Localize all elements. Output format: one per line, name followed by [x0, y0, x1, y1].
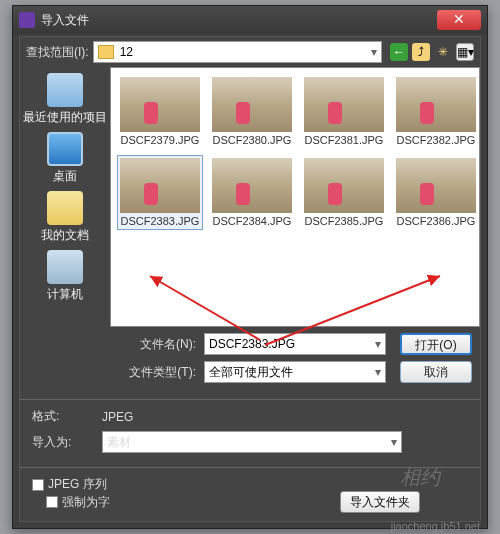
file-thumbnail[interactable]: DSCF2385.JPG [301, 155, 387, 230]
file-name: DSCF2381.JPG [304, 134, 384, 146]
import-as-value: 素材 [107, 434, 131, 451]
site-watermark: jiaocheng.jb51.net [391, 520, 480, 532]
file-name: DSCF2380.JPG [212, 134, 292, 146]
cancel-button[interactable]: 取消 [400, 361, 472, 383]
dialog-title: 导入文件 [41, 12, 437, 29]
separator [20, 399, 480, 400]
view-menu-button[interactable]: ▦▾ [456, 43, 474, 61]
new-folder-button[interactable]: ✳ [434, 43, 452, 61]
format-label: 格式: [32, 408, 92, 425]
jpeg-sequence-checkbox[interactable]: JPEG 序列 [32, 476, 107, 493]
folder-icon [98, 45, 114, 59]
file-name: DSCF2382.JPG [396, 134, 476, 146]
sidebar-item-label: 桌面 [20, 168, 110, 185]
look-in-row: 查找范围(I): 12 ▾ ← ⤴ ✳ ▦▾ [20, 37, 480, 67]
back-button[interactable]: ← [390, 43, 408, 61]
file-thumbnail[interactable]: DSCF2386.JPG [393, 155, 479, 230]
sidebar-item-recent[interactable]: 最近使用的项目 [20, 73, 110, 126]
file-thumbnail[interactable]: DSCF2383.JPG [117, 155, 203, 230]
open-button[interactable]: 打开(O) [400, 333, 472, 355]
thumbnail-image [304, 158, 384, 213]
import-file-dialog: 导入文件 ✕ 查找范围(I): 12 ▾ ← ⤴ ✳ ▦▾ 最近使用的项目 [12, 5, 488, 529]
chevron-down-icon: ▾ [375, 337, 381, 351]
chevron-down-icon: ▾ [371, 45, 377, 59]
thumbnail-image [396, 158, 476, 213]
chevron-down-icon: ▾ [391, 435, 397, 449]
folder-up-button[interactable]: ⤴ [412, 43, 430, 61]
close-button[interactable]: ✕ [437, 10, 481, 30]
checkbox-icon [32, 479, 44, 491]
import-folder-button[interactable]: 导入文件夹 [340, 491, 420, 513]
filetype-label: 文件类型(T): [118, 364, 196, 381]
file-name: DSCF2384.JPG [212, 215, 292, 227]
jpeg-sequence-label: JPEG 序列 [48, 476, 107, 493]
thumbnail-image [120, 77, 200, 132]
file-name: DSCF2386.JPG [396, 215, 476, 227]
thumbnail-image [120, 158, 200, 213]
app-icon [19, 12, 35, 28]
import-as-select[interactable]: 素材 ▾ [102, 431, 402, 453]
file-name: DSCF2383.JPG [120, 215, 200, 227]
sidebar-item-label: 我的文档 [20, 227, 110, 244]
filename-field[interactable]: DSCF2383.JPG ▾ [204, 333, 386, 355]
sidebar-item-computer[interactable]: 计算机 [20, 250, 110, 303]
thumbnail-image [212, 158, 292, 213]
format-value: JPEG [102, 410, 133, 424]
filename-value: DSCF2383.JPG [209, 337, 295, 351]
file-name: DSCF2379.JPG [120, 134, 200, 146]
thumbnail-image [304, 77, 384, 132]
checkbox-icon [46, 496, 58, 508]
recent-icon [47, 73, 83, 107]
file-thumbnail[interactable]: DSCF2381.JPG [301, 74, 387, 149]
file-thumbnail[interactable]: DSCF2382.JPG [393, 74, 479, 149]
computer-icon [47, 250, 83, 284]
filetype-value: 全部可使用文件 [209, 364, 293, 381]
desktop-icon [47, 132, 83, 166]
thumbnail-image [396, 77, 476, 132]
look-in-combo[interactable]: 12 ▾ [93, 41, 382, 63]
documents-icon [47, 191, 83, 225]
watermark-text: 相约 [400, 464, 440, 491]
file-name: DSCF2385.JPG [304, 215, 384, 227]
filename-label: 文件名(N): [118, 336, 196, 353]
look-in-value: 12 [120, 45, 133, 59]
look-in-label: 查找范围(I): [26, 44, 89, 61]
thumbnail-image [212, 77, 292, 132]
file-list[interactable]: DSCF2379.JPGDSCF2380.JPGDSCF2381.JPGDSCF… [110, 67, 480, 327]
chevron-down-icon: ▾ [375, 365, 381, 379]
sidebar-item-label: 最近使用的项目 [20, 109, 110, 126]
sidebar-item-documents[interactable]: 我的文档 [20, 191, 110, 244]
force-label: 强制为字 [62, 494, 110, 511]
sidebar-item-label: 计算机 [20, 286, 110, 303]
import-as-label: 导入为: [32, 434, 92, 451]
titlebar: 导入文件 ✕ [13, 6, 487, 34]
file-thumbnail[interactable]: DSCF2384.JPG [209, 155, 295, 230]
file-thumbnail[interactable]: DSCF2380.JPG [209, 74, 295, 149]
file-thumbnail[interactable]: DSCF2379.JPG [117, 74, 203, 149]
force-checkbox[interactable]: 强制为字 [46, 494, 110, 511]
sidebar-item-desktop[interactable]: 桌面 [20, 132, 110, 185]
places-sidebar: 最近使用的项目 桌面 我的文档 计算机 [20, 67, 110, 327]
filetype-field[interactable]: 全部可使用文件 ▾ [204, 361, 386, 383]
